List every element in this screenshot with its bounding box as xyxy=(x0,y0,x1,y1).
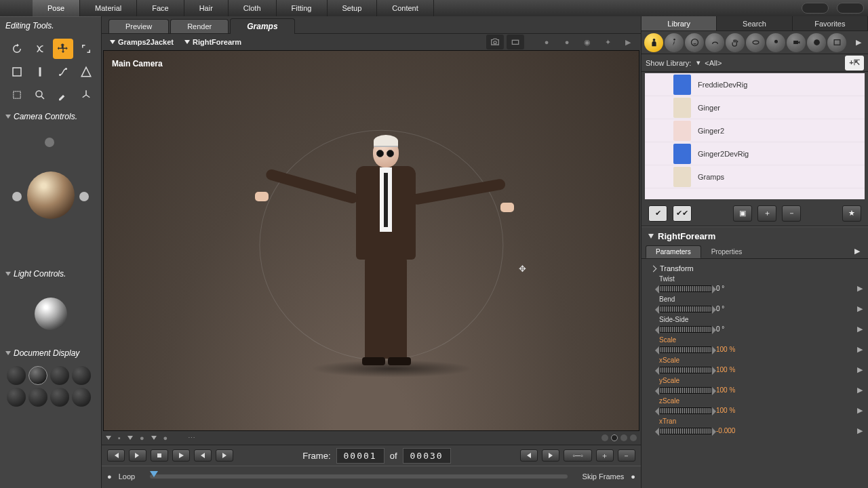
light-3-icon[interactable]: ◉ xyxy=(578,35,596,49)
shadow-menu[interactable] xyxy=(151,436,157,440)
chain-tool[interactable] xyxy=(53,62,73,82)
dial-menu-icon[interactable]: ▶ xyxy=(857,304,863,313)
add-key-button[interactable]: ＋ xyxy=(596,449,614,462)
light-4-icon[interactable]: ✦ xyxy=(599,35,616,49)
dial-value[interactable]: 0 ° xyxy=(716,305,746,312)
add-to-library-button[interactable]: +⇱ xyxy=(845,56,864,70)
room-tab-pose[interactable]: Pose xyxy=(33,0,80,16)
skip-frames-label[interactable]: Skip Frames xyxy=(583,472,625,481)
light-next-icon[interactable]: ▶ xyxy=(619,35,637,49)
dial-slider[interactable] xyxy=(659,285,712,292)
view-tool[interactable] xyxy=(7,85,27,105)
library-item[interactable]: Ginger2DevRig xyxy=(645,142,865,165)
display-style-7[interactable] xyxy=(50,388,69,407)
cat-hands-icon[interactable] xyxy=(726,33,745,52)
dial-value[interactable]: 100 % xyxy=(716,346,746,353)
select-tool[interactable] xyxy=(7,62,27,82)
display-style-6[interactable] xyxy=(28,388,47,407)
viewport[interactable]: Main Camera ✥ xyxy=(103,50,639,431)
params-expand-icon[interactable]: ▶ xyxy=(850,245,864,258)
translate-tool[interactable] xyxy=(53,39,73,59)
prev-key-button[interactable] xyxy=(520,449,538,462)
dial-menu-icon[interactable]: ▶ xyxy=(857,325,863,333)
figure-dropdown[interactable]: Gramps2Jacket xyxy=(106,37,178,47)
play-button[interactable] xyxy=(172,449,190,462)
dial-slider[interactable] xyxy=(659,367,712,373)
new-folder-button[interactable]: ▣ xyxy=(733,205,752,222)
dial-value[interactable]: 0 ° xyxy=(716,285,746,292)
library-item[interactable]: Ginger2 xyxy=(645,119,865,142)
last-frame-button[interactable] xyxy=(129,449,146,462)
ui-toggle-2[interactable] xyxy=(837,3,864,14)
dial-value[interactable]: 100 % xyxy=(716,407,746,414)
cat-cameras-icon[interactable] xyxy=(787,33,806,52)
tab-parameters[interactable]: Parameters xyxy=(646,245,701,258)
tab-favorites[interactable]: Favorites xyxy=(793,16,868,30)
del-key-button[interactable]: － xyxy=(618,449,635,462)
add-item-button[interactable]: ＋ xyxy=(757,205,776,222)
layout-4[interactable] xyxy=(630,434,637,441)
light-2-icon[interactable]: ● xyxy=(558,35,576,49)
dial-menu-icon[interactable]: ▶ xyxy=(857,345,863,354)
dial-value[interactable]: -0.000 xyxy=(716,427,746,434)
room-tab-face[interactable]: Face xyxy=(137,0,184,16)
cat-poses-icon[interactable] xyxy=(665,33,684,52)
dial-value[interactable]: 0 ° xyxy=(716,325,746,333)
scale-tool[interactable] xyxy=(76,39,96,59)
axis-tool[interactable] xyxy=(76,85,96,105)
dial-slider[interactable] xyxy=(659,326,712,333)
camera-select-icon[interactable] xyxy=(486,35,504,49)
first-frame-button[interactable] xyxy=(107,449,125,462)
tab-render[interactable]: Render xyxy=(170,19,229,33)
light-trackball[interactable] xyxy=(0,281,101,346)
step-fwd-button[interactable] xyxy=(216,449,233,462)
dial-slider[interactable] xyxy=(659,407,712,414)
cat-figures-icon[interactable] xyxy=(644,33,663,52)
cat-materials-icon[interactable] xyxy=(807,33,826,52)
display-style-8[interactable] xyxy=(72,388,91,407)
total-frames-field[interactable]: 00030 xyxy=(403,448,451,464)
tab-library[interactable]: Library xyxy=(642,16,717,30)
display-style-3[interactable] xyxy=(50,366,69,385)
dial-menu-icon[interactable]: ▶ xyxy=(857,284,863,293)
next-key-button[interactable] xyxy=(542,449,559,462)
dial-slider[interactable] xyxy=(659,387,712,394)
stop-button[interactable] xyxy=(151,449,168,462)
rotate-tool[interactable] xyxy=(7,39,27,59)
dial-menu-icon[interactable]: ▶ xyxy=(857,386,863,394)
cat-lights-icon[interactable] xyxy=(766,33,785,52)
dial-value[interactable]: 100 % xyxy=(716,366,746,373)
favorite-button[interactable]: ★ xyxy=(842,205,861,222)
library-item[interactable]: Gramps xyxy=(645,165,865,188)
cat-props-icon[interactable] xyxy=(746,33,765,52)
dial-slider[interactable] xyxy=(659,346,712,353)
camera-trackball[interactable] xyxy=(0,124,101,266)
display-style-1[interactable] xyxy=(7,366,26,385)
twist-tool[interactable] xyxy=(30,39,50,59)
dial-menu-icon[interactable]: ▶ xyxy=(857,406,863,415)
eyedropper-tool[interactable] xyxy=(53,85,73,105)
ui-toggle-1[interactable] xyxy=(802,3,829,14)
camera-controls-toggle[interactable]: Camera Controls. xyxy=(0,109,101,124)
cat-hair-icon[interactable] xyxy=(705,33,724,52)
dial-menu-icon[interactable]: ▶ xyxy=(857,365,863,374)
magnify-tool[interactable] xyxy=(30,85,50,105)
show-library-dropdown[interactable]: ▾ <All> xyxy=(696,58,722,67)
actor-dropdown[interactable]: RightForearm xyxy=(180,37,245,47)
tab-properties[interactable]: Properties xyxy=(701,245,753,258)
dial-menu-icon[interactable]: ▶ xyxy=(857,426,863,435)
camera-add-icon[interactable] xyxy=(507,35,524,49)
selected-node-header[interactable]: RightForearm xyxy=(642,226,868,245)
transform-group[interactable]: Transform xyxy=(650,262,863,275)
dial-slider[interactable] xyxy=(659,428,712,434)
library-list[interactable]: FreddieDevRigGingerGinger2Ginger2DevRigG… xyxy=(645,73,865,199)
library-item[interactable]: Ginger xyxy=(645,96,865,119)
current-frame-field[interactable]: 00001 xyxy=(336,448,384,464)
apply-double-button[interactable]: ✔✔ xyxy=(673,205,692,222)
display-style-4[interactable] xyxy=(72,366,91,385)
cat-scenes-icon[interactable] xyxy=(827,33,846,52)
cat-more-icon[interactable]: ▶ xyxy=(852,37,865,48)
remove-item-button[interactable]: － xyxy=(782,205,801,222)
layout-3[interactable] xyxy=(620,434,627,441)
layout-2[interactable] xyxy=(611,434,618,441)
